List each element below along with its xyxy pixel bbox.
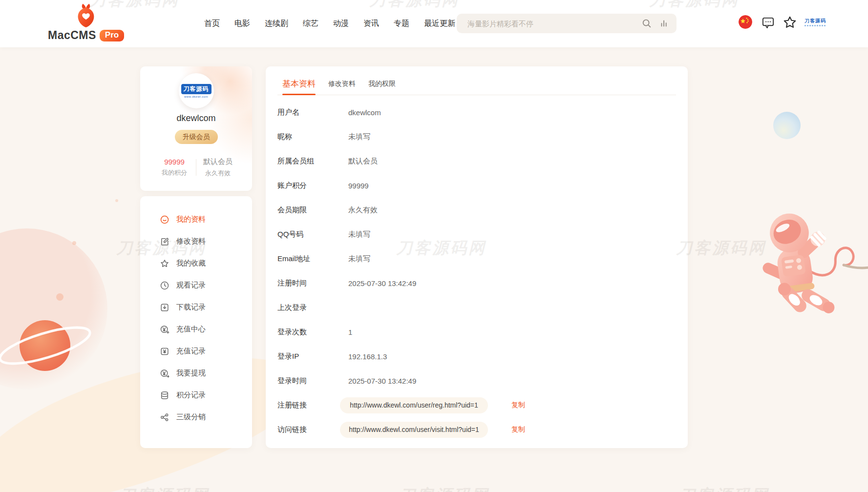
recharge-record-icon	[160, 347, 169, 356]
row-value-text: 未填写	[348, 230, 370, 239]
row-value-text: 永久有效	[348, 205, 378, 215]
upgrade-member-button[interactable]: 升级会员	[175, 130, 218, 144]
pink-blob	[0, 228, 107, 390]
form-row-上次登录: 上次登录	[277, 295, 676, 320]
menu-item-我的收藏[interactable]: 我的收藏	[160, 252, 252, 274]
link-field[interactable]: http://www.dkewl.com/user/visit.html?uid…	[340, 422, 488, 438]
nav-item-首页[interactable]: 首页	[204, 19, 220, 29]
member-group-value: 默认会员	[196, 157, 239, 166]
form-row-昵称: 昵称未填写	[277, 124, 676, 149]
tab-修改资料[interactable]: 修改资料	[328, 80, 356, 95]
member-group-label: 永久有效	[196, 169, 239, 178]
form-row-用户名: 用户名dkewlcom	[277, 100, 676, 124]
menu-item-label: 修改资料	[176, 237, 206, 246]
row-label: 会员期限	[277, 205, 348, 215]
menu-card: 我的资料修改资料我的收藏观看记录下载记录充值中心充值记录我要提现积分记录三级分销	[140, 196, 252, 448]
recharge-icon	[160, 325, 169, 334]
menu-item-label: 我的收藏	[176, 259, 206, 268]
flag-icon[interactable]	[739, 15, 752, 29]
row-value-text: 未填写	[348, 254, 370, 264]
search-bar	[457, 14, 677, 33]
row-value: http://www.dkewl.com/user/reg.html?uid=1…	[348, 397, 525, 413]
search-icon[interactable]	[641, 18, 652, 29]
row-label: 登录时间	[277, 376, 348, 386]
message-icon[interactable]	[762, 16, 775, 31]
nav-item-动漫[interactable]: 动漫	[333, 19, 349, 29]
row-label: 访问链接	[277, 425, 348, 434]
link-field[interactable]: http://www.dkewl.com/user/reg.html?uid=1	[340, 397, 488, 413]
row-value: dkewlcom	[348, 108, 381, 117]
stats: 99999 我的积分 默认会员 永久有效	[140, 157, 252, 178]
nav-item-资讯[interactable]: 资讯	[363, 19, 379, 29]
favorite-star-icon[interactable]	[783, 15, 797, 32]
row-value-text: dkewlcom	[348, 108, 381, 117]
withdraw-icon	[160, 369, 169, 378]
tab-我的权限[interactable]: 我的权限	[368, 80, 396, 95]
site-mini-logo[interactable]: 刀客源码	[804, 18, 826, 26]
search-input[interactable]	[457, 14, 641, 33]
form-row-Email地址: Email地址未填写	[277, 246, 676, 271]
form-row-登录时间: 登录时间2025-07-30 13:42:49	[277, 369, 676, 393]
menu-item-充值记录[interactable]: 充值记录	[160, 340, 252, 362]
row-value-text: 99999	[348, 182, 369, 190]
copy-button[interactable]: 复制	[511, 425, 525, 434]
menu-item-我的资料[interactable]: 我的资料	[160, 208, 252, 230]
row-label: 用户名	[277, 108, 348, 117]
form-row-访问链接: 访问链接http://www.dkewl.com/user/visit.html…	[277, 417, 676, 442]
row-value-text: 2025-07-30 13:42:49	[348, 377, 416, 385]
points-icon	[160, 390, 169, 400]
menu-item-观看记录[interactable]: 观看记录	[160, 274, 252, 296]
row-value-text: 192.168.1.3	[348, 352, 387, 361]
tabs: 基本资料修改资料我的权限	[277, 66, 676, 95]
pink-dot	[72, 241, 76, 245]
row-label: 昵称	[277, 132, 348, 142]
watermark: 刀客源码网	[679, 485, 769, 492]
menu-item-下载记录[interactable]: 下载记录	[160, 296, 252, 318]
pink-dot	[56, 293, 64, 301]
site-mini-logo-underline	[804, 25, 826, 26]
nav-item-电影[interactable]: 电影	[234, 19, 250, 29]
nav-item-专题[interactable]: 专题	[394, 19, 409, 29]
row-value: 2025-07-30 13:42:49	[348, 377, 416, 385]
main-card: 基本资料修改资料我的权限 用户名dkewlcom昵称未填写所属会员组默认会员账户…	[266, 66, 688, 448]
star-icon	[160, 259, 169, 268]
menu-item-label: 我的资料	[176, 215, 206, 224]
row-value: 永久有效	[348, 205, 378, 215]
nav-item-最近更新[interactable]: 最近更新	[424, 19, 455, 29]
watermark: 刀客源码网	[676, 237, 766, 259]
row-value: 192.168.1.3	[348, 352, 387, 361]
avatar[interactable]: 刀客源码 www.dkewl.com	[179, 73, 214, 108]
form-row-注册链接: 注册链接http://www.dkewl.com/user/reg.html?u…	[277, 393, 676, 417]
row-value-text: 默认会员	[348, 157, 378, 166]
form-row-所属会员组: 所属会员组默认会员	[277, 149, 676, 173]
form-row-账户积分: 账户积分99999	[277, 173, 676, 198]
form-row-注册时间: 注册时间2025-07-30 13:42:49	[277, 271, 676, 295]
strawberry-icon	[74, 2, 98, 28]
profile-smile-icon	[160, 215, 169, 225]
menu-item-label: 充值记录	[176, 347, 206, 356]
row-value-text: 未填写	[348, 132, 370, 142]
menu-item-修改资料[interactable]: 修改资料	[160, 230, 252, 252]
chart-bars-icon[interactable]	[659, 18, 670, 29]
row-label: QQ号码	[277, 230, 348, 239]
main-nav: 首页电影连续剧综艺动漫资讯专题最近更新	[204, 0, 455, 47]
row-value: 2025-07-30 13:42:49	[348, 279, 416, 287]
menu-item-我要提现[interactable]: 我要提现	[160, 362, 252, 384]
brand-logo[interactable]: MacCMS Pro	[48, 2, 124, 42]
nav-item-连续剧[interactable]: 连续剧	[265, 19, 288, 29]
brand-badge: Pro	[100, 30, 124, 41]
row-value-text: 2025-07-30 13:42:49	[348, 279, 416, 287]
menu-item-充值中心[interactable]: 充值中心	[160, 318, 252, 340]
page: MacCMS Pro 首页电影连续剧综艺动漫资讯专题最近更新	[0, 0, 868, 492]
copy-button[interactable]: 复制	[511, 401, 525, 410]
row-label: 账户积分	[277, 181, 348, 190]
menu-item-三级分销[interactable]: 三级分销	[160, 406, 252, 428]
nav-item-综艺[interactable]: 综艺	[303, 19, 318, 29]
menu-item-label: 充值中心	[176, 325, 206, 334]
menu-item-积分记录[interactable]: 积分记录	[160, 384, 252, 406]
tab-基本资料[interactable]: 基本资料	[282, 78, 316, 95]
share-icon	[160, 412, 169, 422]
menu-item-label: 我要提现	[176, 369, 206, 378]
menu-item-label: 三级分销	[176, 412, 206, 422]
menu-item-label: 观看记录	[176, 281, 206, 290]
